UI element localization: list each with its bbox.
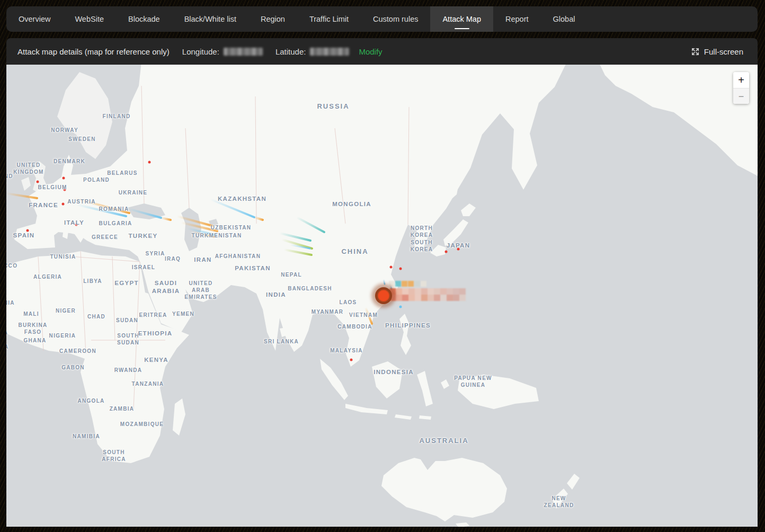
map-zoom-control: + − [733, 72, 749, 104]
longitude-label: Longitude: [182, 47, 219, 56]
attack-target-marker [371, 283, 396, 308]
tab-overview[interactable]: Overview [6, 6, 63, 32]
attack-source-dot [62, 203, 65, 206]
fullscreen-icon [691, 47, 700, 56]
longitude-value-redacted [224, 48, 263, 56]
attack-source-dot [390, 266, 393, 269]
tab-custom-rules[interactable]: Custom rules [361, 6, 430, 32]
attack-source-dot [350, 359, 353, 361]
attack-source-dot [445, 251, 448, 253]
attack-source-dot [399, 306, 402, 308]
attack-source-dot [399, 268, 402, 270]
attack-source-dot [148, 161, 151, 164]
zoom-in-button[interactable]: + [733, 72, 749, 88]
attack-map-canvas[interactable]: RUSSIAFINLANDNORWAYSWEDENDENMARKUNITED K… [6, 65, 758, 527]
tab-black-white-list[interactable]: Black/White list [172, 6, 248, 32]
attack-source-dot [75, 224, 78, 226]
map-toolbar: Attack map details (map for reference on… [6, 38, 758, 65]
fullscreen-button[interactable]: Full-screen [688, 47, 746, 57]
tab-attack-map[interactable]: Attack Map [430, 6, 493, 32]
zoom-out-button[interactable]: − [733, 88, 749, 104]
tab-website[interactable]: WebSite [63, 6, 116, 32]
tab-traffic-limit[interactable]: Traffic Limit [297, 6, 361, 32]
tab-global[interactable]: Global [541, 6, 588, 32]
modify-link[interactable]: Modify [355, 47, 385, 57]
tab-blockade[interactable]: Blockade [116, 6, 172, 32]
tab-report[interactable]: Report [493, 6, 541, 32]
marker-core [378, 290, 389, 301]
page-title: Attack map details (map for reference on… [17, 47, 170, 56]
top-navbar: OverviewWebSiteBlockadeBlack/White listR… [6, 6, 758, 32]
attack-source-dot [63, 177, 65, 180]
attack-source-dot [64, 189, 66, 191]
latitude-label: Latitude: [275, 47, 306, 56]
tab-region[interactable]: Region [248, 6, 297, 32]
nav-tabs: OverviewWebSiteBlockadeBlack/White listR… [6, 6, 758, 32]
attack-source-dot [37, 181, 39, 183]
fullscreen-label: Full-screen [704, 47, 743, 56]
attack-source-dot [26, 229, 29, 232]
attack-source-dot [457, 248, 460, 251]
latitude-value-redacted [310, 48, 349, 56]
